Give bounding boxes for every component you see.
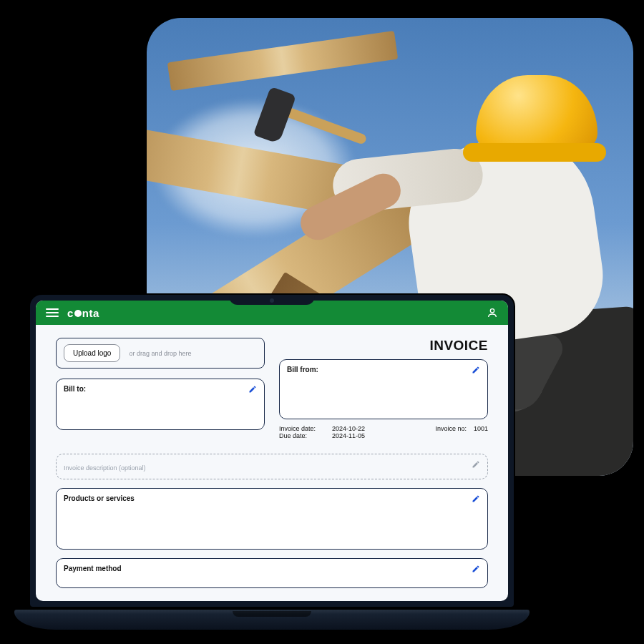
laptop-mockup: cnta Upload logo or drag and drop here	[14, 293, 530, 630]
due-date-value: 2024-11-05	[332, 432, 365, 439]
invoice-no-label: Invoice no:	[435, 425, 467, 439]
bill-to-label: Bill to:	[64, 385, 257, 393]
due-date-label: Due date:	[279, 432, 325, 439]
laptop-screen-frame: cnta Upload logo or drag and drop here	[29, 293, 515, 608]
pencil-icon[interactable]	[472, 460, 480, 469]
products-card[interactable]: Products or services	[56, 488, 488, 550]
pencil-icon[interactable]	[248, 385, 257, 394]
invoice-no-value: 1001	[474, 425, 488, 439]
pencil-icon[interactable]	[472, 494, 480, 503]
bill-from-card[interactable]: Bill from:	[279, 359, 488, 419]
payment-method-card[interactable]: Payment method	[56, 558, 488, 588]
app-viewport: cnta Upload logo or drag and drop here	[36, 301, 508, 601]
brand-logo[interactable]: cnta	[67, 307, 99, 319]
invoice-date-label: Invoice date:	[279, 425, 325, 432]
invoice-description-field[interactable]: Invoice description (optional)	[56, 454, 488, 479]
invoice-form: Upload logo or drag and drop here Bill t…	[36, 325, 508, 601]
invoice-date-value: 2024-10-22	[332, 425, 365, 432]
upload-logo-button[interactable]: Upload logo	[64, 344, 120, 362]
logo-upload-box[interactable]: Upload logo or drag and drop here	[56, 338, 265, 369]
bill-from-label: Bill from:	[287, 366, 480, 374]
user-icon[interactable]	[487, 307, 498, 318]
pencil-icon[interactable]	[472, 366, 480, 374]
page-title: INVOICE	[279, 338, 488, 353]
upload-logo-hint: or drag and drop here	[129, 350, 191, 357]
bill-to-card[interactable]: Bill to:	[56, 379, 265, 430]
payment-method-label: Payment method	[64, 565, 480, 572]
laptop-base	[14, 610, 530, 630]
menu-icon[interactable]	[46, 308, 59, 317]
pencil-icon[interactable]	[472, 565, 480, 573]
laptop-notch	[229, 295, 315, 305]
invoice-meta: Invoice date: 2024-10-22 Due date: 2024-…	[279, 425, 488, 439]
products-label: Products or services	[64, 494, 480, 502]
svg-point-0	[490, 309, 494, 313]
description-placeholder: Invoice description (optional)	[64, 464, 146, 472]
